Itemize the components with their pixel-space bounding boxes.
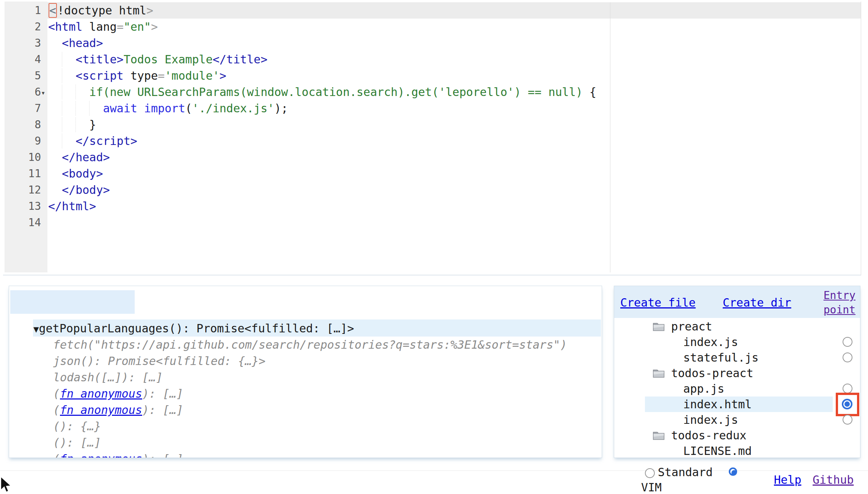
code-token: </html>	[48, 200, 96, 213]
entry-point-label-line2[interactable]: point	[824, 303, 855, 317]
file-name[interactable]: index.html	[683, 396, 752, 412]
code-token: <html	[48, 20, 82, 33]
indent-guide	[62, 52, 62, 67]
code-line-text: </head>	[62, 149, 110, 165]
line-number: 3	[5, 35, 41, 51]
entry-point-radio[interactable]	[843, 415, 852, 425]
vim-block-cursor: <	[49, 3, 57, 18]
file-tree-file-row[interactable]: index.html	[614, 396, 860, 412]
reopen-run-window-button[interactable]: (Re)open run window (F7)	[435, 465, 565, 494]
calltree-row[interactable]: (fn anonymous): […]	[53, 451, 602, 458]
dir-name[interactable]: todos-preact	[671, 365, 753, 381]
file-tree-file-row[interactable]: stateful.js	[614, 350, 860, 365]
create-file-button[interactable]: Create file	[620, 295, 696, 310]
file-name[interactable]: LICENSE.md	[683, 443, 752, 458]
entry-point-label-line1[interactable]: Entry	[824, 288, 855, 303]
entry-point-radio[interactable]	[843, 384, 852, 393]
file-browser-panel: Create file Create dir Entry point preac…	[614, 286, 860, 458]
file-tree-file-row[interactable]: index.js	[614, 412, 860, 428]
line-number: 2	[5, 19, 41, 35]
code-token: !doctype html	[57, 4, 146, 17]
keybinding-standard-radio[interactable]	[645, 468, 655, 478]
help-link[interactable]: Help	[774, 473, 801, 487]
calltree-call-label: ): […]	[142, 403, 183, 417]
calltree-row[interactable]: lodash([…]): […]	[53, 369, 602, 385]
calltree-row[interactable]: (): […]	[53, 434, 602, 451]
calltree-row[interactable]: fetch("https://api.github.com/search/rep…	[53, 337, 602, 353]
line-number: 14	[5, 214, 41, 231]
fold-marker-icon[interactable]: ▾	[41, 85, 45, 101]
code-line[interactable]: 14	[3, 214, 861, 231]
entry-point-column-header[interactable]: Entry point	[824, 288, 855, 317]
calltree-row[interactable]: (fn anonymous): […]	[53, 402, 602, 418]
keybinding-vim-radio[interactable]	[729, 467, 737, 476]
file-tree-dir-row[interactable]: preact	[614, 319, 860, 334]
calltree-row-selected[interactable]: ▼getPopularLanguages(): Promise<fulfille…	[33, 320, 602, 337]
code-token: 'module'	[165, 69, 220, 82]
fn-anonymous-link[interactable]: fn anonymous	[60, 387, 142, 400]
code-token: >	[220, 69, 226, 82]
file-tree-file-row[interactable]: app.js	[614, 381, 860, 396]
code-line[interactable]: 11<body>	[3, 165, 861, 182]
line-number: 1	[5, 2, 41, 19]
line-number: 8	[5, 116, 41, 133]
code-line[interactable]: 3<head>	[3, 35, 861, 51]
code-line-text: }	[89, 116, 96, 133]
clear-io-trace-button[interactable]: Clear IO trace (F6)	[271, 465, 367, 494]
folder-icon	[652, 429, 666, 441]
file-tree-file-row[interactable]: LICENSE.md	[614, 443, 860, 458]
expand-arrow-icon[interactable]: ▼	[33, 324, 39, 335]
keybinding-standard-label[interactable]: Standard	[658, 465, 713, 480]
entry-point-radio-selected[interactable]	[842, 399, 852, 409]
code-line[interactable]: 5<script type='module'>	[3, 68, 861, 84]
code-token: );	[274, 102, 288, 115]
folder-icon	[652, 321, 666, 332]
code-line-text: if(new URLSearchParams(window.location.s…	[89, 84, 596, 100]
line-number: 13	[5, 198, 41, 214]
calltree-call-label: (	[53, 452, 60, 458]
code-editor[interactable]: 1<!doctype html>2<html lang="en">3<head>…	[3, 2, 861, 275]
create-dir-button[interactable]: Create dir	[723, 295, 791, 310]
code-line[interactable]: 2<html lang="en">	[3, 19, 861, 35]
column-ruler	[610, 2, 610, 272]
calltree-row[interactable]: json(): Promise<fulfilled: {…}>	[53, 353, 602, 369]
dir-name[interactable]: todos-redux	[671, 428, 747, 443]
entry-point-radio[interactable]	[843, 337, 852, 347]
code-line-text: <head>	[62, 35, 103, 51]
indent-guide	[89, 101, 90, 116]
code-line[interactable]: 9</script>	[3, 133, 861, 149]
calltree-call-label: ): […]	[142, 452, 183, 458]
code-token: <head>	[62, 36, 103, 50]
code-line-text: <html lang="en">	[48, 19, 158, 35]
file-name[interactable]: app.js	[683, 381, 724, 396]
file-tree-dir-row[interactable]: todos-redux	[614, 428, 860, 443]
tab-io-trace[interactable]: IO trace (F4)	[262, 290, 378, 314]
code-line[interactable]: 12</body>	[3, 182, 861, 198]
file-tree-file-row[interactable]: index.js	[614, 334, 860, 350]
calltree-row[interactable]: (): {…}	[53, 418, 602, 434]
keybinding-vim-label[interactable]: VIM	[641, 480, 662, 494]
tab-call-tree[interactable]: Call tree (F2)	[10, 290, 135, 314]
github-link[interactable]: Github	[813, 473, 854, 487]
code-line[interactable]: 10</head>	[3, 149, 861, 165]
dir-name[interactable]: preact	[671, 319, 712, 334]
file-name[interactable]: index.js	[683, 412, 738, 428]
calltree-call-label[interactable]: getPopularLanguages(): Promise<fulfilled…	[39, 322, 354, 335]
code-line[interactable]: 4<title>Todos Example</title>	[3, 51, 861, 68]
code-line[interactable]: 13</html>	[3, 198, 861, 214]
code-token: </script>	[75, 134, 137, 148]
code-line[interactable]: 6▾if(new URLSearchParams(window.location…	[3, 84, 861, 100]
file-tree-dir-row[interactable]: todos-preact	[614, 365, 860, 381]
file-name[interactable]: stateful.js	[683, 350, 759, 365]
code-token: './index.js'	[192, 102, 274, 115]
code-token: <title>	[75, 53, 123, 66]
code-line[interactable]: 8}	[3, 116, 861, 133]
tab-logs[interactable]: Logs (F3)	[155, 290, 244, 314]
code-line[interactable]: 7await import('./index.js');	[3, 100, 861, 116]
entry-point-radio[interactable]	[843, 352, 852, 362]
fn-anonymous-link[interactable]: fn anonymous	[60, 403, 142, 417]
file-name[interactable]: index.js	[683, 334, 738, 350]
code-line[interactable]: 1<!doctype html>	[3, 2, 861, 19]
calltree-row[interactable]: (fn anonymous): […]	[53, 385, 602, 402]
fn-anonymous-link[interactable]: fn anonymous	[60, 452, 142, 458]
